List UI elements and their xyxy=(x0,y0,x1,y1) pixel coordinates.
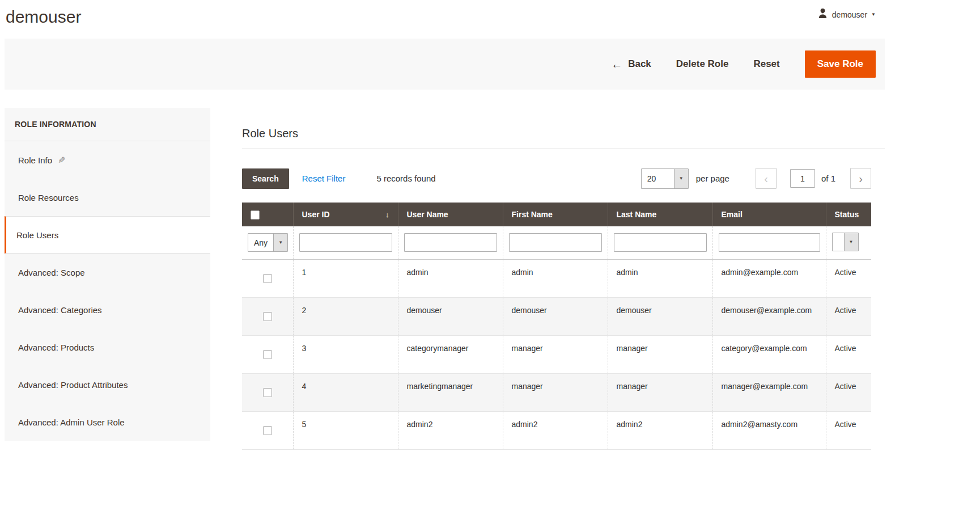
cell-last-name: admin xyxy=(608,259,712,297)
column-header-user-name[interactable]: User Name xyxy=(398,203,503,226)
previous-page-button[interactable]: ‹ xyxy=(756,168,777,189)
save-role-button[interactable]: Save Role xyxy=(805,50,876,78)
column-header-label: User ID xyxy=(302,210,330,219)
sidebar-item-label: Role Resources xyxy=(18,193,79,203)
cell-select xyxy=(242,411,293,449)
cell-user-name: demouser xyxy=(398,297,503,335)
sidebar: ROLE INFORMATION Role Info✎Role Resource… xyxy=(5,108,210,441)
records-count: 5 records found xyxy=(376,174,435,183)
cell-first-name: manager xyxy=(503,335,608,373)
column-header-first-name[interactable]: First Name xyxy=(503,203,608,226)
cell-user-id: 2 xyxy=(293,297,398,335)
cell-user-id: 3 xyxy=(293,335,398,373)
column-header-select xyxy=(242,203,293,226)
sidebar-item-role-resources[interactable]: Role Resources xyxy=(5,179,210,216)
cell-select xyxy=(242,335,293,373)
status-filter-value xyxy=(833,233,844,251)
delete-role-button[interactable]: Delete Role xyxy=(676,58,729,70)
back-arrow-icon: ← xyxy=(611,58,622,70)
pagination: 20 ▼ per page ‹ of 1 › xyxy=(641,168,871,189)
column-header-email[interactable]: Email xyxy=(712,203,826,226)
sidebar-item-advanced-admin-user-role[interactable]: Advanced: Admin User Role xyxy=(5,403,210,441)
cell-select xyxy=(242,297,293,335)
column-header-status[interactable]: Status xyxy=(826,203,871,226)
admin-user-menu[interactable]: demouser ▼ xyxy=(817,8,876,21)
cell-first-name: admin2 xyxy=(503,411,608,449)
cell-user-name: categorymanager xyxy=(398,335,503,373)
sidebar-item-role-users[interactable]: Role Users xyxy=(5,216,210,254)
cell-email: category@example.com xyxy=(712,335,826,373)
sidebar-item-role-info[interactable]: Role Info✎ xyxy=(5,141,210,179)
table-row[interactable]: 4marketingmanagermanagermanagermanager@e… xyxy=(242,373,871,411)
cell-email: manager@example.com xyxy=(712,373,826,411)
section-heading: Role Users xyxy=(242,127,885,149)
reset-filter-link[interactable]: Reset Filter xyxy=(302,174,346,183)
filter-first-name-input[interactable] xyxy=(509,233,602,252)
cell-first-name: demouser xyxy=(503,297,608,335)
cell-user-id: 4 xyxy=(293,373,398,411)
total-pages-label: of 1 xyxy=(821,174,835,183)
per-page-label: per page xyxy=(696,174,729,183)
next-page-button[interactable]: › xyxy=(850,168,871,189)
row-checkbox[interactable] xyxy=(263,350,272,359)
filter-email-input[interactable] xyxy=(719,233,820,252)
cell-last-name: admin2 xyxy=(608,411,712,449)
content-area: ROLE INFORMATION Role Info✎Role Resource… xyxy=(0,90,885,450)
chevron-down-icon: ▼ xyxy=(871,12,876,17)
chevron-down-icon: ▼ xyxy=(273,234,287,251)
mass-select-value: Any xyxy=(248,234,273,251)
table-header-row: User ID ↓ User Name First Name Last Name… xyxy=(242,203,871,226)
cell-first-name: admin xyxy=(503,259,608,297)
per-page-select[interactable]: 20 ▼ xyxy=(641,168,689,189)
page-header: demouser demouser ▼ xyxy=(0,0,885,39)
filter-cell-select: Any ▼ xyxy=(242,226,293,259)
row-checkbox[interactable] xyxy=(263,274,272,283)
table-row[interactable]: 2demouserdemouserdemouserdemouser@exampl… xyxy=(242,297,871,335)
cell-select xyxy=(242,373,293,411)
cell-email: admin@example.com xyxy=(712,259,826,297)
filter-cell-last-name xyxy=(608,226,712,259)
row-checkbox[interactable] xyxy=(263,388,272,397)
status-filter-select[interactable]: ▼ xyxy=(832,233,859,251)
sidebar-item-label: Role Info xyxy=(18,155,52,165)
sidebar-item-advanced-categories[interactable]: Advanced: Categories xyxy=(5,291,210,328)
table-row[interactable]: 3categorymanagermanagermanagercategory@e… xyxy=(242,335,871,373)
search-button[interactable]: Search xyxy=(242,168,289,189)
current-page-input[interactable] xyxy=(790,169,815,188)
cell-select xyxy=(242,259,293,297)
table-row[interactable]: 5admin2admin2admin2admin2@amasty.comActi… xyxy=(242,411,871,449)
action-bar: ← Back Delete Role Reset Save Role xyxy=(5,39,885,90)
column-header-user-id[interactable]: User ID ↓ xyxy=(293,203,398,226)
sidebar-item-advanced-scope[interactable]: Advanced: Scope xyxy=(5,254,210,291)
filter-last-name-input[interactable] xyxy=(614,233,707,252)
mass-select-dropdown[interactable]: Any ▼ xyxy=(248,233,288,252)
sort-desc-icon: ↓ xyxy=(385,210,389,219)
row-checkbox[interactable] xyxy=(263,312,272,321)
user-menu-label: demouser xyxy=(832,10,867,19)
filter-cell-user-name xyxy=(398,226,503,259)
page-container: demouser demouser ▼ ← Back Delete Role R… xyxy=(0,0,885,450)
filter-user-id-input[interactable] xyxy=(299,233,392,252)
select-all-checkbox[interactable] xyxy=(251,210,260,220)
cell-user-id: 5 xyxy=(293,411,398,449)
back-button[interactable]: ← Back xyxy=(611,58,651,70)
per-page-value: 20 xyxy=(642,169,674,188)
filter-cell-email xyxy=(712,226,826,259)
sidebar-item-label: Advanced: Product Attributes xyxy=(18,380,128,390)
table-row[interactable]: 1adminadminadminadmin@example.comActive xyxy=(242,259,871,297)
cell-user-name: marketingmanager xyxy=(398,373,503,411)
edit-pencil-icon[interactable]: ✎ xyxy=(58,155,65,166)
sidebar-item-label: Advanced: Categories xyxy=(18,305,102,315)
sidebar-item-advanced-products[interactable]: Advanced: Products xyxy=(5,328,210,366)
cell-user-name: admin2 xyxy=(398,411,503,449)
filter-user-name-input[interactable] xyxy=(404,233,497,252)
filter-cell-first-name xyxy=(503,226,608,259)
cell-status: Active xyxy=(826,411,871,449)
cell-first-name: manager xyxy=(503,373,608,411)
sidebar-item-advanced-product-attributes[interactable]: Advanced: Product Attributes xyxy=(5,366,210,403)
reset-button[interactable]: Reset xyxy=(753,58,779,70)
column-header-last-name[interactable]: Last Name xyxy=(608,203,712,226)
row-checkbox[interactable] xyxy=(263,426,272,435)
sidebar-list: Role Info✎Role ResourcesRole UsersAdvanc… xyxy=(5,141,210,441)
filter-cell-user-id xyxy=(293,226,398,259)
